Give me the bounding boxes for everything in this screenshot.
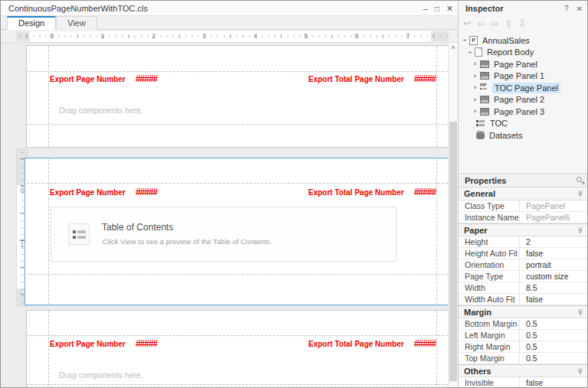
tree-item-page-panel-2[interactable]: › Page Panel 2 — [459, 94, 588, 106]
toc-page-panel-selected[interactable]: Export Page Number ##### Export Total Pa… — [24, 158, 454, 305]
property-row-left-margin[interactable]: Left Margin 0.5 — [459, 330, 588, 341]
property-value[interactable]: 0.5 — [520, 342, 588, 351]
section-others[interactable]: Others ≫ — [459, 364, 588, 377]
tree-item-datasets[interactable]: Datasets — [459, 129, 588, 142]
property-row-page-type[interactable]: Page Type custom size — [459, 271, 588, 282]
table-of-contents-control[interactable]: Table of Contents Click View to see a pr… — [51, 207, 397, 262]
scrollbar-thumb[interactable] — [449, 122, 457, 381]
export-page-number-value[interactable]: ##### — [136, 73, 157, 84]
export-total-page-number-control[interactable]: Export Total Page Number ##### — [309, 338, 436, 349]
property-row-width-auto-fit[interactable]: Width Auto Fit false — [459, 294, 588, 305]
export-page-number-value[interactable]: ##### — [136, 338, 157, 349]
property-row-invisible[interactable]: Invisible false — [459, 377, 588, 388]
canvas-scrollbar[interactable]: ^ — [448, 43, 458, 388]
tree-item-toc[interactable]: TOC — [459, 118, 588, 130]
tree-item-label[interactable]: Page Panel 3 — [492, 106, 547, 117]
nav-down-icon[interactable]: ⇩ — [518, 18, 527, 29]
tree-item-label[interactable]: TOC — [488, 118, 510, 129]
tree-item-page-panel-1[interactable]: › Page Panel 1 — [459, 70, 588, 83]
property-value[interactable]: portrait — [520, 260, 588, 269]
property-row-height[interactable]: Height 2 — [459, 236, 588, 248]
property-row-top-margin[interactable]: Top Margin 0.5 — [459, 353, 588, 364]
design-canvas[interactable]: 0 1 Export Page Number ##### Export Tota… — [1, 43, 458, 388]
export-total-page-number-label[interactable]: Export Total Page Number — [309, 340, 404, 348]
tree-item-page-panel-3[interactable]: › Page Panel 3 — [459, 106, 588, 118]
property-row-height-auto-fit[interactable]: Height Auto Fit false — [459, 248, 588, 259]
chevron-right-icon[interactable]: › — [472, 60, 479, 67]
collapse-chevron-icon[interactable]: ≫ — [576, 190, 583, 197]
tree-item-report-body[interactable]: › Report Body — [459, 47, 588, 59]
property-value[interactable]: 2 — [520, 237, 588, 246]
property-value[interactable]: PagePanel6 — [520, 213, 588, 222]
collapse-chevron-icon[interactable]: ≫ — [576, 308, 583, 315]
tree-item-label[interactable]: AnnualSales — [480, 35, 532, 46]
inspector-tree: › P AnnualSales › Report Body › Page Pan… — [459, 34, 588, 142]
scroll-up-icon[interactable]: ^ — [449, 44, 458, 52]
chevron-down-icon[interactable]: › — [461, 37, 468, 44]
export-page-number-label[interactable]: Export Page Number — [50, 75, 126, 83]
close-icon[interactable]: ✕ — [446, 5, 453, 13]
collapse-chevron-icon[interactable]: ≫ — [576, 227, 583, 233]
nav-back-icon[interactable]: ↩ — [463, 18, 472, 29]
export-page-number-control[interactable]: Export Page Number ##### — [50, 73, 157, 84]
export-total-page-number-value[interactable]: ##### — [414, 73, 436, 84]
export-page-number-control[interactable]: Export Page Number ##### — [50, 338, 157, 349]
chevron-right-icon[interactable]: › — [472, 73, 479, 80]
property-row-instance-name[interactable]: Instance Name PagePanel6 — [459, 212, 588, 223]
property-value[interactable]: custom size — [520, 272, 588, 281]
tree-item-label[interactable]: Report Body — [485, 47, 536, 57]
section-general[interactable]: General ≫ — [459, 187, 588, 201]
chevron-right-icon[interactable]: › — [472, 84, 479, 91]
maximize-icon[interactable]: □ — [435, 5, 439, 13]
nav-right-icon[interactable]: ⇨ — [491, 18, 499, 29]
close-icon[interactable]: ✕ — [577, 5, 583, 13]
property-row-width[interactable]: Width 8.5 — [459, 282, 588, 294]
tree-item-label[interactable]: Page Panel — [492, 59, 540, 70]
tree-item-toc-page-panel[interactable]: › PP TOC Page Panel — [459, 82, 588, 94]
property-row-class-type[interactable]: Class Type PagePanel — [459, 201, 588, 212]
export-page-number-value[interactable]: ##### — [136, 187, 157, 197]
page-panel-1[interactable]: Export Page Number ##### Export Total Pa… — [26, 45, 452, 148]
collapse-chevron-icon[interactable]: ≫ — [576, 367, 583, 374]
tree-item-label-selected[interactable]: TOC Page Panel — [492, 83, 560, 93]
property-value[interactable]: 0.5 — [520, 354, 588, 363]
property-value[interactable]: false — [520, 249, 588, 258]
tree-item-label[interactable]: Page Panel 2 — [492, 94, 547, 105]
export-total-page-number-control[interactable]: Export Total Page Number ##### — [309, 73, 436, 84]
chevron-right-icon[interactable]: › — [472, 96, 479, 103]
section-paper[interactable]: Paper ≫ — [459, 223, 588, 236]
export-page-number-label[interactable]: Export Page Number — [50, 340, 126, 348]
property-value[interactable]: 8.5 — [520, 283, 588, 292]
property-row-right-margin[interactable]: Right Margin 0.5 — [459, 341, 588, 353]
chevron-right-icon[interactable]: › — [472, 108, 479, 115]
tree-item-label[interactable]: Datasets — [487, 130, 524, 141]
property-value[interactable]: 0.5 — [520, 331, 588, 340]
property-value[interactable]: PagePanel — [520, 201, 588, 210]
tree-item-label[interactable]: Page Panel 1 — [492, 70, 547, 81]
toc-page-panel-page[interactable]: Export Page Number ##### Export Total Pa… — [27, 159, 452, 304]
export-total-page-number-value[interactable]: ##### — [414, 187, 436, 197]
export-total-page-number-value[interactable]: ##### — [414, 338, 436, 349]
export-page-number-control[interactable]: Export Page Number ##### — [50, 187, 157, 197]
export-total-page-number-label[interactable]: Export Total Page Number — [309, 75, 404, 83]
tree-item-page-panel[interactable]: › Page Panel — [459, 58, 588, 70]
search-icon[interactable] — [577, 177, 582, 182]
nav-left-icon[interactable]: ⇦ — [477, 18, 485, 29]
help-icon[interactable]: ? — [564, 5, 569, 13]
chevron-down-icon[interactable]: › — [466, 49, 473, 56]
property-value[interactable]: 0.5 — [520, 319, 588, 328]
property-value[interactable]: false — [520, 378, 588, 387]
export-total-page-number-label[interactable]: Export Total Page Number — [309, 188, 404, 197]
section-margin[interactable]: Margin ≫ — [459, 305, 588, 318]
nav-up-icon[interactable]: ⇧ — [505, 18, 513, 29]
property-value[interactable]: false — [520, 295, 588, 304]
minimize-icon[interactable]: – — [423, 5, 428, 13]
tab-view[interactable]: View — [56, 16, 97, 30]
tree-item-annualsales[interactable]: › P AnnualSales — [459, 34, 588, 47]
property-row-orientation[interactable]: Orientation portrait — [459, 259, 588, 271]
export-total-page-number-control[interactable]: Export Total Page Number ##### — [309, 187, 436, 197]
page-panel-3[interactable]: Export Page Number ##### Export Total Pa… — [26, 310, 452, 388]
tab-design[interactable]: Design — [7, 16, 56, 30]
export-page-number-label[interactable]: Export Page Number — [50, 188, 126, 197]
property-row-bottom-margin[interactable]: Bottom Margin 0.5 — [459, 318, 588, 330]
